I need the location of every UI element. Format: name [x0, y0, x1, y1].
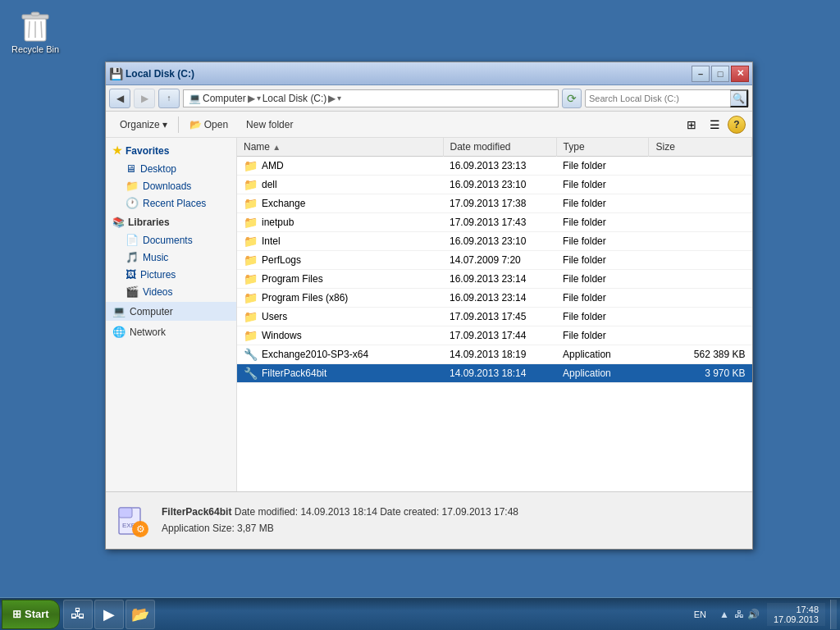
file-name: Exchange — [262, 198, 305, 209]
taskbar-icon-network[interactable]: 🖧 — [63, 600, 93, 629]
file-type-icon: 📁 — [244, 197, 258, 210]
window-controls: – □ ✕ — [692, 66, 749, 82]
file-type-icon: 📁 — [244, 310, 258, 323]
forward-button[interactable]: ▶ — [134, 89, 155, 108]
computer-label: Computer — [130, 306, 173, 317]
col-header-size[interactable]: Size — [649, 138, 752, 157]
table-row[interactable]: 🔧FilterPack64bit14.09.2013 18:14Applicat… — [237, 364, 752, 383]
file-list: Name ▲ Date modified Type Size — [237, 138, 752, 491]
table-row[interactable]: 📁Intel16.09.2013 23:10File folder — [237, 232, 752, 251]
breadcrumb-computer: Computer — [203, 93, 246, 104]
minimize-button[interactable]: – — [692, 66, 710, 82]
favorites-header[interactable]: ★ Favorites — [106, 141, 236, 160]
help-button[interactable]: ? — [728, 116, 746, 134]
documents-label: Documents — [143, 235, 193, 246]
file-type-icon: 📁 — [244, 291, 258, 304]
taskbar-clock[interactable]: 17:48 17.09.2013 — [767, 603, 825, 626]
sidebar-item-pictures[interactable]: 🖼 Pictures — [106, 266, 236, 283]
sidebar-item-recent[interactable]: 🕐 Recent Places — [106, 194, 236, 212]
file-name: Program Files — [262, 273, 323, 285]
sidebar-item-network[interactable]: 🌐 Network — [106, 322, 236, 341]
file-type: Application — [556, 345, 649, 364]
table-row[interactable]: 📁Program Files16.09.2013 23:14File folde… — [237, 270, 752, 289]
start-button[interactable]: ⊞ Start — [2, 600, 60, 629]
table-row[interactable]: 📁AMD16.09.2013 23:13File folder — [237, 157, 752, 176]
sidebar-item-downloads[interactable]: 📁 Downloads — [106, 177, 236, 194]
maximize-button[interactable]: □ — [711, 66, 729, 82]
status-date-modified-label: Date modified: — [235, 506, 301, 518]
libraries-section: 📚 Libraries 📄 Documents 🎵 Music 🖼 Pictur… — [106, 213, 236, 300]
clock-time: 17:48 — [774, 605, 819, 614]
file-type-icon: 📁 — [244, 272, 258, 285]
new-folder-label: New folder — [246, 119, 293, 130]
sidebar-item-desktop[interactable]: 🖥 Desktop — [106, 160, 236, 177]
file-type: Application — [556, 364, 649, 383]
breadcrumb-sep1: ▶ — [248, 93, 255, 104]
sidebar-item-computer[interactable]: 💻 Computer — [106, 302, 236, 321]
taskbar-icon-files[interactable]: 📂 — [126, 600, 155, 629]
close-button[interactable]: ✕ — [731, 66, 749, 82]
downloads-folder-icon: 📁 — [126, 180, 139, 192]
back-button[interactable]: ◀ — [109, 89, 130, 108]
sidebar-item-documents[interactable]: 📄 Documents — [106, 231, 236, 249]
view-list-button[interactable]: ⊞ — [682, 115, 701, 135]
breadcrumb-disk-dropdown[interactable]: ▾ — [337, 94, 341, 103]
col-header-date[interactable]: Date modified — [443, 138, 556, 157]
table-row[interactable]: 📁inetpub17.09.2013 17:43File folder — [237, 213, 752, 232]
sys-tray-arrow[interactable]: ▲ — [718, 608, 731, 621]
file-name-cell: 🔧FilterPack64bit — [237, 364, 443, 383]
libraries-header[interactable]: 📚 Libraries — [106, 213, 236, 231]
table-row[interactable]: 📁PerfLogs14.07.2009 7:20File folder — [237, 251, 752, 270]
files-table: Name ▲ Date modified Type Size — [237, 138, 752, 383]
file-date: 17.09.2013 17:44 — [443, 326, 556, 345]
file-type: File folder — [556, 213, 649, 232]
file-date: 17.09.2013 17:45 — [443, 308, 556, 326]
file-name-cell: 📁AMD — [237, 157, 443, 176]
recycle-bin-label: Recycle Bin — [11, 44, 59, 54]
open-button[interactable]: 📂 Open — [182, 115, 235, 135]
up-button[interactable]: ↑ — [158, 89, 180, 108]
show-desktop-button[interactable] — [830, 600, 837, 629]
file-type: File folder — [556, 308, 649, 326]
file-size — [649, 194, 752, 213]
file-type: File folder — [556, 194, 649, 213]
new-folder-button[interactable]: New folder — [239, 115, 300, 135]
address-bar: ◀ ▶ ↑ 💻 Computer ▶ ▾ Local Disk (C:) ▶ ▾… — [106, 85, 752, 112]
table-row[interactable]: 📁Users17.09.2013 17:45File folder — [237, 308, 752, 326]
table-row[interactable]: 📁Windows17.09.2013 17:44File folder — [237, 326, 752, 345]
sys-tray-volume[interactable]: 🔊 — [747, 608, 760, 621]
table-row[interactable]: 🔧Exchange2010-SP3-x6414.09.2013 18:19App… — [237, 345, 752, 364]
taskbar-language[interactable]: EN — [689, 609, 711, 619]
recycle-bin-icon[interactable]: Recycle Bin — [7, 7, 64, 54]
organize-button[interactable]: Organize ▾ — [112, 115, 175, 135]
desktop-folder-icon: 🖥 — [126, 162, 136, 175]
col-header-type[interactable]: Type — [556, 138, 649, 157]
table-row[interactable]: 📁Exchange17.09.2013 17:38File folder — [237, 194, 752, 213]
sys-tray-network[interactable]: 🖧 — [733, 608, 746, 621]
view-details-button[interactable]: ☰ — [705, 115, 724, 135]
sys-tray: ▲ 🖧 🔊 — [714, 608, 764, 621]
sidebar-item-music[interactable]: 🎵 Music — [106, 249, 236, 266]
table-row[interactable]: 📁Program Files (x86)16.09.2013 23:14File… — [237, 289, 752, 308]
taskbar-icon-powershell[interactable]: ▶ — [94, 600, 124, 629]
toolbar-sep1 — [178, 116, 179, 133]
file-size — [649, 326, 752, 345]
address-breadcrumb[interactable]: 💻 Computer ▶ ▾ Local Disk (C:) ▶ ▾ — [183, 89, 559, 107]
status-bar: EXE ⚙ FilterPack64bit Date modified: 14.… — [106, 491, 752, 549]
col-header-name[interactable]: Name ▲ — [237, 138, 443, 157]
favorites-label: Favorites — [126, 145, 169, 157]
sidebar-item-videos[interactable]: 🎬 Videos — [106, 283, 236, 300]
network-section: 🌐 Network — [106, 322, 236, 341]
table-row[interactable]: 📁dell16.09.2013 23:10File folder — [237, 176, 752, 194]
search-button[interactable]: 🔍 — [730, 89, 748, 107]
file-date: 16.09.2013 23:14 — [443, 270, 556, 289]
refresh-button[interactable]: ⟳ — [562, 89, 582, 108]
status-file-icon: EXE ⚙ — [112, 501, 152, 541]
file-type-icon: 📁 — [244, 178, 258, 191]
search-input[interactable] — [586, 94, 730, 103]
breadcrumb-computer-dropdown[interactable]: ▾ — [257, 94, 261, 103]
table-header-row: Name ▲ Date modified Type Size — [237, 138, 752, 157]
music-icon: 🎵 — [126, 251, 139, 263]
start-label: Start — [25, 608, 49, 620]
desktop: Recycle Bin 💾 Local Disk (C:) – □ ✕ ◀ ▶ … — [0, 0, 840, 630]
